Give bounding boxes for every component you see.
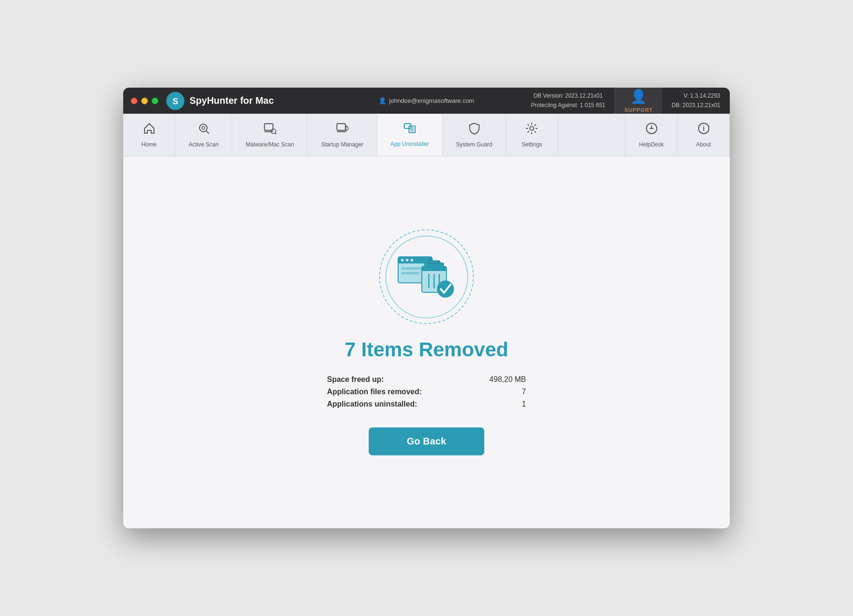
helpdesk-label: HelpDesk <box>639 141 663 148</box>
close-button[interactable] <box>131 98 137 104</box>
files-removed-value: 7 <box>522 388 526 396</box>
svg-rect-30 <box>401 272 419 274</box>
svg-text:i: i <box>703 125 705 132</box>
nav-item-startup-manager[interactable]: Startup Manager <box>308 114 377 156</box>
settings-label: Settings <box>522 141 542 148</box>
svg-marker-10 <box>346 126 349 131</box>
user-icon: 👤 <box>379 97 386 104</box>
db-info: DB Version: 2023.12.21x01 Protecting Aga… <box>531 91 615 109</box>
helpdesk-icon <box>645 122 658 138</box>
navbar: Home Active Scan Malware/ <box>123 114 730 156</box>
stat-row-apps: Applications uninstalled: 1 <box>327 400 526 408</box>
support-button[interactable]: 👤 SUPPORT <box>615 88 662 114</box>
nav-item-settings[interactable]: Settings <box>506 114 558 156</box>
db-version: DB Version: 2023.12.21x01 <box>531 91 605 100</box>
apps-uninstalled-label: Applications uninstalled: <box>327 400 417 408</box>
system-guard-label: System Guard <box>456 141 492 148</box>
logo-text: SpyHunter for Mac <box>190 95 274 106</box>
protecting-count: Protecting Against: 1 015 651 <box>531 101 605 110</box>
email-text: johndoe@enigmasoftware.com <box>389 97 474 104</box>
header-center: 👤 johndoe@enigmasoftware.com <box>379 97 474 104</box>
svg-point-2 <box>200 124 207 132</box>
result-illustration <box>379 229 474 324</box>
support-label: SUPPORT <box>625 107 653 113</box>
app-uninstaller-label: App Uninstaller <box>390 141 429 147</box>
result-title: 7 Items Removed <box>345 338 508 361</box>
traffic-lights <box>131 98 158 104</box>
malware-scan-icon <box>263 122 276 138</box>
main-content: 7 Items Removed Space freed up: 498,20 M… <box>123 156 730 528</box>
svg-point-17 <box>530 127 534 130</box>
active-scan-label: Active Scan <box>189 141 218 148</box>
svg-text:S: S <box>172 97 178 106</box>
startup-manager-label: Startup Manager <box>321 141 363 148</box>
maximize-button[interactable] <box>152 98 158 104</box>
svg-rect-32 <box>422 266 446 271</box>
home-label: Home <box>141 141 156 148</box>
space-freed-value: 498,20 MB <box>490 375 526 384</box>
logo-title: SpyHunter for Mac <box>190 95 274 106</box>
svg-line-8 <box>275 133 277 135</box>
svg-point-27 <box>406 259 408 262</box>
files-removed-label: Application files removed: <box>327 388 422 396</box>
version-v: V: 1.3.14.2293 <box>672 91 720 100</box>
logo: S SpyHunter for Mac <box>166 91 274 110</box>
version-db: DB: 2023.12.21x01 <box>672 101 720 110</box>
malware-scan-label: Malware/Mac Scan <box>245 141 294 148</box>
nav-item-home[interactable]: Home <box>123 114 175 156</box>
home-icon <box>143 122 156 138</box>
app-uninstaller-icon <box>403 121 417 138</box>
apps-uninstalled-value: 1 <box>522 400 526 408</box>
stat-row-files: Application files removed: 7 <box>327 388 526 396</box>
space-freed-label: Space freed up: <box>327 375 384 384</box>
icon-group <box>396 252 457 301</box>
spyhunter-logo-icon: S <box>166 91 185 110</box>
nav-item-app-uninstaller[interactable]: App Uninstaller <box>377 114 443 156</box>
settings-icon <box>525 122 538 138</box>
nav-item-active-scan[interactable]: Active Scan <box>175 114 232 156</box>
go-back-button[interactable]: Go Back <box>369 427 484 455</box>
nav-right: HelpDesk i About <box>625 114 730 156</box>
header-right: DB Version: 2023.12.21x01 Protecting Aga… <box>531 88 730 114</box>
svg-point-38 <box>437 281 454 298</box>
svg-rect-37 <box>428 261 440 263</box>
svg-point-26 <box>401 259 404 262</box>
startup-manager-icon <box>336 122 349 138</box>
active-scan-icon <box>197 122 210 138</box>
stats-table: Space freed up: 498,20 MB Application fi… <box>327 375 526 408</box>
nav-item-about[interactable]: i About <box>678 114 730 156</box>
about-icon: i <box>697 122 710 138</box>
uninstall-illustration <box>396 252 457 299</box>
svg-point-4 <box>202 127 205 129</box>
svg-line-3 <box>206 131 209 134</box>
about-label: About <box>696 141 711 148</box>
version-info: V: 1.3.14.2293 DB: 2023.12.21x01 <box>662 91 730 109</box>
support-icon: 👤 <box>630 89 647 104</box>
stat-row-space: Space freed up: 498,20 MB <box>327 375 526 384</box>
nav-item-system-guard[interactable]: System Guard <box>443 114 506 156</box>
user-email: 👤 johndoe@enigmasoftware.com <box>379 97 474 104</box>
svg-point-28 <box>410 259 413 262</box>
nav-item-helpdesk[interactable]: HelpDesk <box>626 114 678 156</box>
app-window: S SpyHunter for Mac 👤 johndoe@enigmasoft… <box>123 88 730 528</box>
svg-rect-9 <box>337 124 345 130</box>
minimize-button[interactable] <box>141 98 148 104</box>
titlebar: S SpyHunter for Mac 👤 johndoe@enigmasoft… <box>123 88 730 114</box>
nav-spacer <box>558 114 625 156</box>
system-guard-icon <box>468 122 481 138</box>
nav-item-malware-scan[interactable]: Malware/Mac Scan <box>232 114 308 156</box>
